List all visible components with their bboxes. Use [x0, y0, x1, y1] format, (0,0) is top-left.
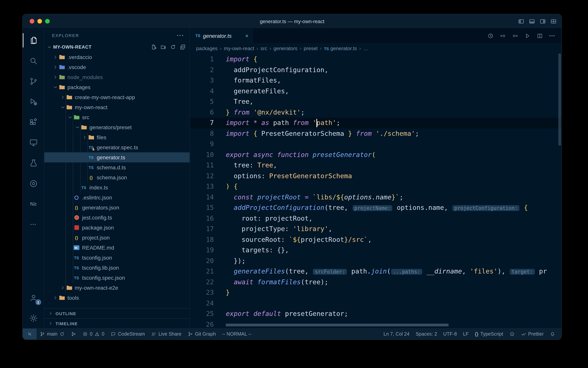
panel-timeline[interactable]: TIMELINE [44, 318, 190, 328]
line-number[interactable]: 3 [190, 75, 214, 86]
vertical-scrollbar[interactable] [558, 54, 561, 146]
new-folder-icon[interactable] [160, 44, 167, 50]
toggle-primary-sidebar-button[interactable] [518, 18, 524, 25]
tree-item[interactable]: TStsconfig.json [44, 253, 190, 263]
new-file-icon[interactable] [151, 44, 157, 50]
code-line[interactable]: 6} from '@nx/devkit'; [190, 107, 562, 118]
line-number[interactable]: 17 [190, 224, 214, 234]
line-number[interactable]: 9 [190, 139, 214, 149]
code-line[interactable]: 11 tree: Tree, [190, 160, 562, 171]
open-previous-change-icon[interactable] [500, 33, 506, 39]
code-line[interactable]: 17 projectType: 'library', [190, 224, 562, 234]
line-number[interactable]: 11 [190, 160, 214, 171]
activity-extensions[interactable] [23, 112, 44, 132]
status-vim-mode[interactable]: -- NORMAL -- [219, 329, 255, 340]
minimize-window-button[interactable] [37, 19, 42, 24]
tree-item[interactable]: .eslintrc.json [44, 193, 190, 202]
toggle-panel-button[interactable] [529, 18, 535, 25]
code-line[interactable]: 5 Tree, [190, 96, 562, 107]
open-timeline-icon[interactable] [487, 33, 494, 39]
code-line[interactable]: 4 generateFiles, [190, 86, 562, 96]
breadcrumb-item[interactable]: packages [196, 45, 218, 51]
activity-run-and-debug[interactable] [23, 92, 44, 112]
code-line[interactable]: 19 targets: {}, [190, 245, 562, 256]
panel-outline[interactable]: OUTLINE [44, 308, 190, 318]
breadcrumb-item[interactable]: preset [304, 45, 318, 51]
code-line[interactable]: 10export async function presetGenerator( [190, 149, 562, 160]
code-line[interactable]: 13) { [190, 181, 562, 192]
split-editor-icon[interactable] [537, 33, 543, 39]
tree-item[interactable]: create-my-own-react-app [44, 92, 190, 102]
project-section-header[interactable]: MY-OWN-REACT [44, 42, 190, 52]
line-number[interactable]: 21 [190, 266, 214, 277]
line-number[interactable]: 15 [190, 202, 214, 213]
code-line[interactable]: 12 options: PresetGeneratorSchema [190, 171, 562, 181]
code-line[interactable]: 3 formatFiles, [190, 75, 562, 86]
breadcrumb-item[interactable]: my-own-react [224, 45, 254, 51]
line-number[interactable]: 6 [190, 107, 214, 118]
zoom-window-button[interactable] [45, 19, 50, 24]
tree-item[interactable]: files [44, 132, 190, 142]
tree-item[interactable]: package.json [44, 222, 190, 233]
activity-accounts[interactable]: 1 [23, 287, 44, 308]
run-file-icon[interactable] [524, 33, 531, 39]
code-line[interactable]: 9 [190, 139, 562, 149]
activity-codestream[interactable] [23, 173, 44, 194]
code-line[interactable]: 24 [190, 298, 562, 309]
status-feedback[interactable] [506, 329, 518, 340]
status-problems[interactable]: 00 [79, 329, 107, 340]
line-number[interactable]: 4 [190, 86, 214, 96]
line-number[interactable]: 10 [190, 149, 214, 160]
tree-item[interactable]: tools [44, 293, 190, 303]
line-number[interactable]: 5 [190, 96, 214, 107]
tree-item[interactable]: jest.config.ts [44, 212, 190, 222]
line-number[interactable]: 22 [190, 277, 214, 287]
tree-item[interactable]: my-own-react [44, 102, 190, 112]
tree-item[interactable]: TSgenerator.spec.ts [44, 142, 190, 152]
tab-generator-ts[interactable]: TS generator.ts × [190, 28, 253, 43]
line-number[interactable]: 2 [190, 64, 214, 75]
code-line[interactable]: 20 }); [190, 256, 562, 266]
close-window-button[interactable] [30, 19, 34, 24]
code-line[interactable]: 14 const projectRoot = `libs/${options.n… [190, 192, 562, 202]
open-next-change-icon[interactable] [512, 33, 518, 39]
tree-item[interactable]: .vscode [44, 62, 190, 72]
code-line[interactable]: 7import * as path from 'path'; [190, 118, 562, 128]
tree-item[interactable]: {}generators.json [44, 202, 190, 212]
activity-search[interactable] [23, 51, 44, 71]
tree-item[interactable]: TStsconfig.lib.json [44, 263, 190, 273]
horizontal-scrollbar[interactable] [226, 324, 448, 326]
line-number[interactable]: 19 [190, 245, 214, 256]
status-codestream[interactable]: CodeStream [107, 329, 148, 340]
tree-item[interactable]: TSschema.d.ts [44, 162, 190, 172]
code-line[interactable]: 22 await formatFiles(tree); [190, 277, 562, 287]
status-git-graph[interactable]: Git Graph [184, 329, 219, 340]
line-number[interactable]: 20 [190, 256, 214, 266]
tree-item[interactable]: {}project.json [44, 233, 190, 243]
activity-settings[interactable] [23, 308, 44, 328]
code-line[interactable]: 1import { [190, 54, 562, 64]
activity-testing[interactable] [23, 153, 44, 173]
tree-item[interactable]: M↓README.md [44, 243, 190, 253]
status-git-branch[interactable]: main [37, 329, 68, 340]
activity-nx-console[interactable]: N≥ [23, 194, 44, 214]
more-actions-icon[interactable]: ··· [177, 32, 184, 38]
more-actions-icon[interactable]: ··· [549, 33, 555, 39]
status-notifications[interactable] [547, 329, 558, 340]
line-number[interactable]: 12 [190, 171, 214, 181]
status-remote-indicator[interactable] [23, 329, 37, 340]
customize-layout-button[interactable] [550, 18, 557, 25]
tree-item[interactable]: src [44, 112, 190, 122]
breadcrumb-item[interactable]: generators [273, 45, 298, 51]
code-line[interactable]: 21 generateFiles(tree, srcFolder: path.j… [190, 266, 562, 277]
code-line[interactable]: 18 sourceRoot: `${projectRoot}/src`, [190, 234, 562, 245]
line-number[interactable]: 16 [190, 213, 214, 224]
code-line[interactable]: 25export default presetGenerator; [190, 309, 562, 319]
tree-item[interactable]: {}schema.json [44, 172, 190, 183]
refresh-explorer-icon[interactable] [170, 44, 176, 50]
breadcrumb-item[interactable]: TSgenerator.ts [324, 45, 357, 51]
line-number[interactable]: 7 [190, 118, 214, 128]
toggle-secondary-sidebar-button[interactable] [539, 18, 546, 25]
tree-item[interactable]: packages [44, 82, 190, 92]
activity-remote-explorer[interactable] [23, 132, 44, 153]
